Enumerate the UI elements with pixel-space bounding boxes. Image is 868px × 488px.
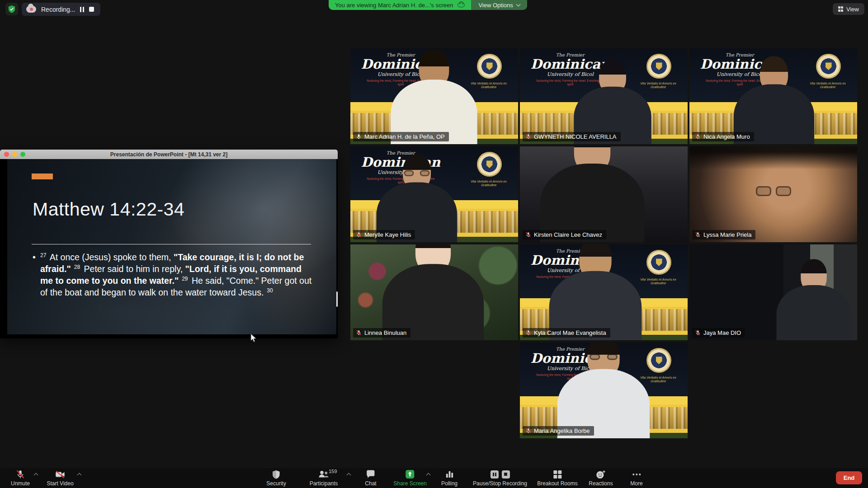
video-tile-lyssa[interactable]: Lyssa Marie Priela [689, 146, 857, 242]
chevron-down-icon [516, 2, 520, 7]
reactions-smiley-icon [596, 469, 606, 479]
participants-count: 159 [329, 469, 337, 474]
security-label: Security [266, 480, 286, 487]
window-scrollbar-handle[interactable] [336, 291, 338, 307]
verse-27-text: At once (Jesus) spoke to them, [47, 252, 174, 262]
verse-28-text: Peter said to him in reply, [81, 264, 185, 274]
stop-icon[interactable] [501, 470, 509, 479]
video-tile-maria[interactable]: The Premier Dominican University of Bico… [520, 343, 688, 438]
pause-recording-button[interactable] [80, 7, 84, 12]
verse-number-27: 27 [40, 252, 46, 258]
recording-controls-icons [490, 469, 509, 479]
minimize-window-button[interactable] [12, 152, 17, 157]
window-traffic-lights [4, 152, 25, 157]
unmute-button[interactable]: Unmute [11, 469, 30, 487]
participant-video-person [771, 259, 856, 341]
vbg-premier-text: The Premier [520, 52, 621, 57]
participants-button[interactable]: 159 Participants [310, 469, 338, 487]
mic-muted-icon [356, 330, 362, 336]
screen-share-banner: You are viewing Marc Adrian H. de...'s s… [329, 0, 527, 10]
mic-muted-icon [695, 330, 701, 336]
video-tile-gwyneth[interactable]: The Premier Dominican University of Bico… [520, 48, 688, 144]
stop-recording-button[interactable] [89, 7, 94, 12]
share-screen-button[interactable]: Share Screen [393, 469, 426, 487]
chat-label: Chat [365, 480, 376, 487]
pause-icon[interactable] [490, 470, 498, 479]
participant-name: Linnea Binuluan [364, 329, 406, 336]
unmute-options-caret[interactable] [34, 473, 38, 476]
university-seal [477, 152, 502, 177]
participant-name-tag: Kirsten Claire Lee Chavez [523, 230, 606, 239]
powerpoint-window: Presentación de PowerPoint - [Mt 14,31 v… [0, 150, 338, 338]
video-tile-merylle[interactable]: The Premier Dominican University of Bico… [350, 146, 518, 242]
polling-bars-icon [445, 469, 454, 479]
zoom-window-button[interactable] [20, 152, 25, 157]
view-button[interactable]: View [833, 3, 864, 15]
start-video-button[interactable]: Start Video [47, 469, 73, 487]
video-tile-kirsten[interactable]: Kirsten Claire Lee Chavez [520, 146, 688, 242]
participant-name: Kyla Carol Mae Evangelista [534, 329, 606, 336]
unmute-label: Unmute [11, 480, 30, 487]
security-button[interactable]: Security [266, 469, 286, 487]
chat-button[interactable]: Chat [365, 469, 376, 487]
reactions-button[interactable]: Reactions [589, 469, 613, 487]
cloud-recording-icon [458, 3, 465, 7]
pause-stop-recording-button[interactable]: Pause/Stop Recording [473, 469, 527, 487]
video-tile-linnea[interactable]: Linnea Binuluan [350, 244, 518, 340]
security-shield-icon [272, 469, 280, 479]
participant-name-tag: Jaya Mae DIO [692, 328, 745, 338]
university-seal [646, 250, 671, 275]
slide-accent-bar [32, 174, 53, 179]
close-window-button[interactable] [4, 152, 9, 157]
mic-muted-icon [695, 134, 701, 140]
view-grid-icon [838, 6, 844, 12]
participant-name-tag: Nica Angela Muro [692, 132, 754, 141]
participant-video-person [376, 244, 491, 340]
video-tile-kyla[interactable]: The Premier Dominican University of Bico… [520, 244, 688, 340]
polling-label: Polling [441, 480, 458, 487]
video-tile-jaya[interactable]: Jaya Mae DIO [689, 244, 857, 340]
vbg-motto: Vita Veritatis et Amoris ex Gratitudine [469, 180, 508, 187]
breakout-rooms-button[interactable]: Breakout Rooms [537, 469, 577, 487]
mic-muted-icon [356, 232, 362, 238]
slide-canvas: Matthew 14:22-34 27 At once (Jesus) spok… [7, 159, 336, 334]
mic-muted-icon [525, 232, 531, 238]
recording-label: Recording... [41, 6, 75, 13]
participants-options-caret[interactable] [347, 473, 351, 476]
record-label: Pause/Stop Recording [473, 480, 527, 487]
more-dots-icon [632, 469, 641, 479]
shield-check-icon [8, 5, 16, 13]
video-tile-marc-adrian[interactable]: The Premier Dominican University of Bico… [350, 48, 518, 144]
video-options-caret[interactable] [78, 473, 81, 476]
more-button[interactable]: More [630, 469, 642, 487]
video-tile-nica[interactable]: The Premier Dominican University of Bico… [689, 48, 857, 144]
eyeglasses [404, 170, 430, 177]
breakout-rooms-icon [553, 469, 561, 479]
eyeglasses [756, 186, 791, 196]
view-options-dropdown[interactable]: View Options [471, 0, 527, 10]
end-meeting-button[interactable]: End [836, 471, 862, 484]
participant-name-tag: Kyla Carol Mae Evangelista [523, 328, 610, 338]
polling-button[interactable]: Polling [441, 469, 458, 487]
verse-number-30: 30 [267, 287, 273, 294]
powerpoint-titlebar[interactable]: Presentación de PowerPoint - [Mt 14,31 v… [0, 150, 338, 159]
eyeglasses [590, 354, 618, 360]
recording-indicator: Recording... [22, 3, 100, 16]
share-screen-label: Share Screen [393, 480, 426, 487]
more-label: More [630, 480, 642, 487]
screen-share-banner-text-area: You are viewing Marc Adrian H. de...'s s… [329, 0, 471, 10]
participant-name: Lyssa Marie Priela [703, 231, 751, 238]
security-shield-indicator[interactable] [5, 3, 18, 15]
verse-number-29: 29 [182, 276, 188, 282]
mic-muted-icon [525, 330, 531, 336]
participant-video-person [371, 155, 463, 243]
camera-off-icon [55, 469, 66, 479]
view-options-label: View Options [478, 2, 513, 9]
participant-name: Marc Adrian H. de la Peña, OP [364, 133, 445, 140]
slide-title: Matthew 14:22-34 [33, 199, 184, 220]
participant-name-tag: Marc Adrian H. de la Peña, OP [353, 132, 449, 141]
banner-text: You are viewing Marc Adrian H. de...'s s… [335, 2, 453, 9]
mic-muted-icon [15, 469, 25, 479]
participant-name: Maria Angelika Borbe [534, 427, 590, 434]
share-options-caret[interactable] [427, 473, 430, 476]
